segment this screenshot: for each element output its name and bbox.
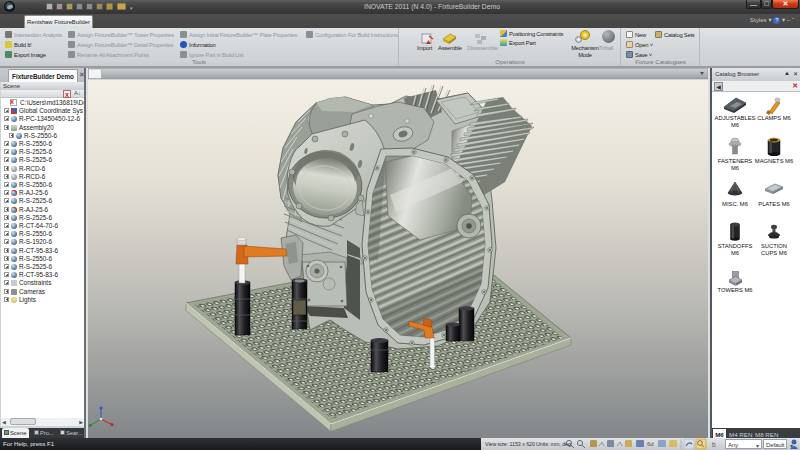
svg-text:b: b (712, 441, 716, 448)
svg-text:6d: 6d (647, 441, 653, 447)
